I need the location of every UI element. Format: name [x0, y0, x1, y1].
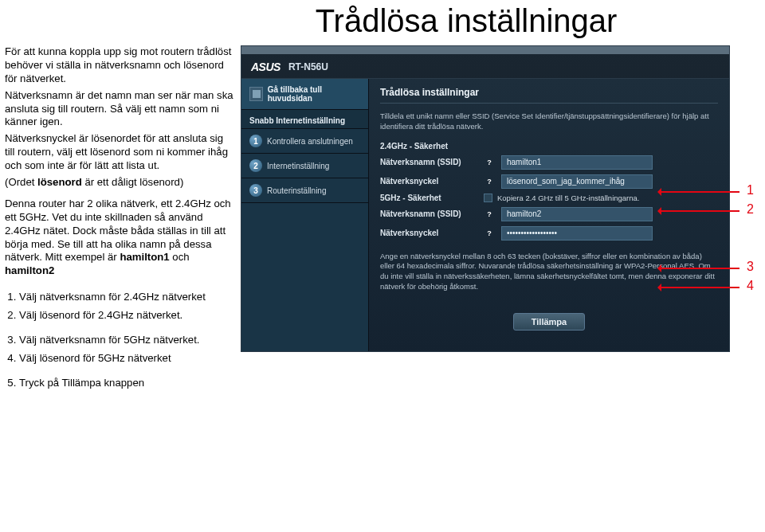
help-icon[interactable]: ?: [484, 209, 495, 220]
model-label: RT-N56U: [288, 61, 328, 72]
key-24-input[interactable]: [501, 174, 653, 189]
step-label: Internetinställning: [267, 162, 329, 170]
annotation-arrow-3: 3: [660, 268, 740, 269]
asus-logo: ASUS: [251, 61, 280, 73]
step-badge: 3: [249, 184, 262, 197]
sidebar-step-2[interactable]: 2 Internetinställning: [241, 154, 368, 178]
step-badge: 1: [249, 135, 262, 147]
bad-password-note: (Ordet lösenord är ett dåligt lösenord): [5, 176, 234, 190]
step-list: Välj nätverksnamn för 2.4GHz nätverket V…: [5, 291, 234, 389]
copy-label: Kopiera 2.4 GHz till 5 GHz-inställningar…: [497, 194, 639, 202]
row-5ghz-head: 5GHz - Säkerhet Kopiera 2.4 GHz till 5 G…: [380, 194, 718, 202]
annotation-arrow-1: 1: [660, 191, 740, 193]
router-header: ASUS RT-N56U: [241, 54, 729, 79]
row-key-5: Nätverksnyckel ?: [380, 226, 718, 241]
ssid-label: Nätverksnamn (SSID): [380, 209, 484, 218]
step-2: Välj lösenord för 2.4GHz nätverket.: [19, 309, 234, 323]
intro-para: För att kunna koppla upp sig mot routern…: [5, 45, 234, 86]
sidebar-step-3[interactable]: 3 Routerinställning: [241, 178, 368, 203]
router-screenshot: ASUS RT-N56U Gå tillbaka tull huvudsidan…: [241, 45, 730, 395]
step-5: Tryck på Tillämpa knappen: [19, 377, 234, 390]
key-para: Nätverksnyckel är lösenordet för att ans…: [5, 132, 234, 173]
subhead-5ghz: 5GHz - Säkerhet: [380, 194, 484, 202]
annotation-number: 2: [747, 202, 754, 217]
annotation-arrow-2: 2: [660, 210, 740, 212]
panel-desc: Tilldela ett unikt namn eller SSID (Serv…: [380, 111, 718, 132]
page-title: Trådlösa inställningar: [0, 0, 765, 45]
annotation-number: 3: [747, 260, 754, 274]
dualband-para: Denna router har 2 olika nätverk, ett 2.…: [5, 198, 234, 278]
home-link[interactable]: Gå tillbaka tull huvudsidan: [241, 79, 368, 110]
instruction-column: För att kunna koppla upp sig mot routern…: [5, 45, 234, 395]
panel-title: Trådlösa inställningar: [380, 87, 718, 104]
ssid-label: Nätverksnamn (SSID): [380, 158, 484, 166]
sidebar-section-title: Snabb Internetinställning: [241, 110, 368, 129]
annotation-number: 1: [747, 183, 754, 198]
help-icon[interactable]: ?: [484, 228, 495, 239]
home-icon: [249, 87, 263, 101]
ssid-24-input[interactable]: [501, 155, 653, 170]
step-label: Kontrollera anslutningen: [267, 137, 353, 146]
subhead-24ghz: 2.4GHz - Säkerhet: [380, 142, 718, 151]
sidebar-step-1[interactable]: 1 Kontrollera anslutningen: [241, 129, 368, 154]
window-chrome: [241, 46, 729, 54]
key-label: Nätverksnyckel: [380, 177, 484, 186]
help-icon[interactable]: ?: [484, 176, 495, 187]
row-key-24: Nätverksnyckel ?: [380, 174, 718, 189]
annotation-number: 4: [747, 279, 754, 293]
router-sidebar: Gå tillbaka tull huvudsidan Snabb Intern…: [241, 79, 369, 351]
help-icon[interactable]: ?: [484, 157, 495, 168]
row-ssid-24: Nätverksnamn (SSID) ?: [380, 155, 718, 170]
step-1: Välj nätverksnamn för 2.4GHz nätverket: [19, 291, 234, 304]
annotation-arrow-4: 4: [660, 287, 740, 288]
row-ssid-5: Nätverksnamn (SSID) ?: [380, 207, 718, 221]
key-5-input[interactable]: [501, 226, 653, 241]
router-content: Trådlösa inställningar Tilldela ett unik…: [369, 79, 729, 351]
step-badge: 2: [249, 159, 262, 172]
ssid-5-input[interactable]: [501, 207, 653, 221]
key-label: Nätverksnyckel: [380, 229, 484, 237]
step-4: Välj lösenord för 5GHz nätverket: [19, 352, 234, 366]
home-label: Gå tillbaka tull huvudsidan: [268, 85, 360, 103]
step-3: Välj nätverksnamn för 5GHz nätverket.: [19, 334, 234, 347]
apply-button[interactable]: Tillämpa: [513, 313, 585, 331]
copy-checkbox[interactable]: [484, 194, 492, 202]
step-label: Routerinställning: [267, 186, 327, 195]
ssid-para: Nätverksnamn är det namn man ser när man…: [5, 89, 234, 130]
